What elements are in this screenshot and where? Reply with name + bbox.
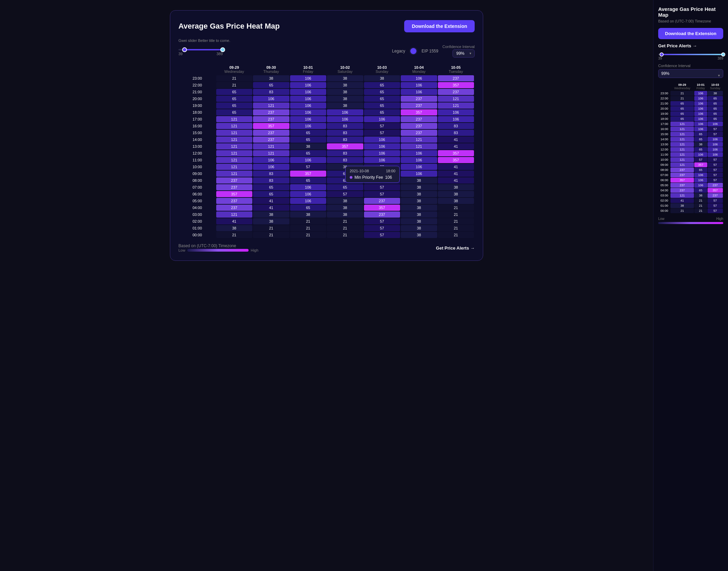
sidebar-heat-cell[interactable]: 106 [694, 152, 707, 157]
sidebar-heat-cell[interactable]: 65 [694, 132, 707, 137]
heat-cell[interactable]: 57 [364, 191, 400, 197]
heat-cell[interactable]: 38 [216, 225, 253, 231]
heat-cell[interactable]: 106 [290, 102, 327, 109]
sidebar-heat-cell[interactable]: 237 [670, 183, 694, 188]
sidebar-heat-cell[interactable]: 57 [708, 162, 723, 167]
sidebar-heat-cell[interactable]: 65 [670, 116, 694, 121]
heat-cell[interactable]: 65 [216, 96, 253, 102]
heat-cell[interactable]: 106 [253, 164, 289, 170]
heat-cell[interactable]: 106 [290, 157, 327, 163]
heat-cell[interactable]: 106 [290, 123, 327, 129]
sidebar-heat-cell[interactable]: 121 [670, 157, 694, 162]
sidebar-heat-cell[interactable]: 65 [670, 106, 694, 111]
sidebar-heat-cell[interactable]: 357 [708, 188, 723, 193]
heat-cell[interactable]: 41 [438, 143, 474, 149]
sidebar-slider-thumb-right[interactable] [721, 52, 725, 57]
sidebar-heat-cell[interactable]: 41 [670, 198, 694, 203]
heat-cell[interactable]: 21 [216, 232, 253, 238]
sidebar-heat-cell[interactable]: 21 [694, 198, 707, 203]
heat-cell[interactable]: 65 [327, 171, 363, 177]
heat-cell[interactable]: 41 [438, 171, 474, 177]
sidebar-heat-cell[interactable]: 106 [694, 173, 707, 177]
heat-cell[interactable]: 38 [401, 198, 437, 204]
sidebar-heat-cell[interactable]: 237 [708, 193, 723, 198]
heat-cell[interactable]: 41 [253, 205, 289, 211]
heat-cell[interactable]: 21 [438, 218, 474, 224]
heat-cell[interactable]: 57 [364, 184, 400, 190]
sidebar-heat-cell[interactable]: 21 [670, 91, 694, 96]
heat-cell[interactable]: 65 [290, 137, 327, 143]
heat-cell[interactable]: 38 [327, 211, 363, 218]
sidebar-heat-cell[interactable]: 106 [694, 127, 707, 131]
sidebar-heat-cell[interactable]: 121 [670, 152, 694, 157]
heat-cell[interactable]: 106 [327, 109, 363, 115]
heat-cell[interactable]: 57 [364, 130, 400, 136]
heat-cell[interactable]: 106 [290, 116, 327, 122]
heat-cell[interactable]: 106 [438, 116, 474, 122]
sidebar-heat-cell[interactable]: 57 [708, 132, 723, 137]
sidebar-heat-cell[interactable]: 65 [708, 111, 723, 116]
sidebar-slider-thumb-left[interactable] [660, 52, 664, 57]
heat-cell[interactable]: 106 [364, 116, 400, 122]
heat-cell[interactable]: 237 [401, 96, 437, 102]
heat-cell[interactable]: 65 [364, 82, 400, 88]
heat-cell[interactable]: 57 [364, 225, 400, 231]
sidebar-heat-cell[interactable]: 121 [670, 137, 694, 142]
heat-cell[interactable]: 65 [216, 102, 253, 109]
heat-cell[interactable]: 106 [364, 150, 400, 156]
sidebar-heat-cell[interactable]: 237 [670, 188, 694, 193]
heat-cell[interactable]: 65 [364, 96, 400, 102]
heat-cell[interactable]: 237 [401, 130, 437, 136]
legacy-eip-toggle[interactable] [409, 47, 417, 55]
heat-cell[interactable]: 357 [438, 157, 474, 163]
heat-cell[interactable]: 121 [216, 157, 253, 163]
heat-cell[interactable]: 106 [290, 198, 327, 204]
sidebar-heat-cell[interactable]: 38 [694, 142, 707, 147]
download-extension-button[interactable]: Download the Extension [404, 20, 475, 32]
heat-cell[interactable]: 21 [327, 225, 363, 231]
heat-cell[interactable]: 121 [438, 96, 474, 102]
gwei-slider[interactable]: 39 389 [178, 49, 223, 56]
sidebar-heat-cell[interactable]: 65 [670, 101, 694, 106]
heat-cell[interactable]: 38 [438, 191, 474, 197]
heat-cell[interactable]: 38 [327, 82, 363, 88]
heat-cell[interactable]: 106 [327, 116, 363, 122]
heat-cell[interactable]: 237 [216, 205, 253, 211]
heat-cell[interactable]: 38 [401, 205, 437, 211]
heat-cell[interactable]: 57 [290, 164, 327, 170]
sidebar-heat-cell[interactable]: 237 [670, 173, 694, 177]
heat-cell[interactable]: 38 [401, 211, 437, 218]
sidebar-heat-cell[interactable]: 121 [670, 127, 694, 131]
heat-cell[interactable]: 21 [216, 82, 253, 88]
heat-cell[interactable]: 57 [364, 164, 400, 170]
sidebar-heat-cell[interactable]: 21 [694, 203, 707, 208]
heat-cell[interactable]: 38 [327, 164, 363, 170]
heat-cell[interactable]: 38 [327, 102, 363, 109]
sidebar-heat-cell[interactable]: 21 [670, 208, 694, 213]
sidebar-confidence-select[interactable]: 99% 95% 90% [658, 69, 723, 78]
heat-cell[interactable]: 38 [401, 232, 437, 238]
sidebar-heat-cell[interactable]: 57 [708, 127, 723, 131]
slider-thumb-left[interactable] [182, 47, 187, 52]
heat-cell[interactable]: 65 [216, 89, 253, 95]
sidebar-heat-cell[interactable]: 121 [670, 142, 694, 147]
slider-thumb-right[interactable] [220, 47, 225, 52]
heat-cell[interactable]: 21 [438, 211, 474, 218]
heat-cell[interactable]: 357 [401, 109, 437, 115]
heat-cell[interactable]: 38 [290, 211, 327, 218]
heat-cell[interactable]: 106 [290, 82, 327, 88]
sidebar-heat-cell[interactable]: 65 [694, 137, 707, 142]
heat-cell[interactable]: 65 [253, 82, 289, 88]
heat-cell[interactable]: 21 [438, 205, 474, 211]
sidebar-heat-cell[interactable]: 65 [694, 188, 707, 193]
heat-cell[interactable]: 65 [364, 102, 400, 109]
heat-cell[interactable]: 38 [438, 198, 474, 204]
heat-cell[interactable]: 106 [401, 157, 437, 163]
heat-cell[interactable]: 237 [438, 89, 474, 95]
confidence-select[interactable]: 99% 95% 90% [453, 49, 475, 58]
heat-cell[interactable]: 65 [364, 109, 400, 115]
sidebar-heat-cell[interactable]: 21 [694, 208, 707, 213]
heat-cell[interactable]: 41 [438, 164, 474, 170]
sidebar-heat-cell[interactable]: 106 [694, 178, 707, 183]
sidebar-heat-cell[interactable]: 106 [694, 106, 707, 111]
